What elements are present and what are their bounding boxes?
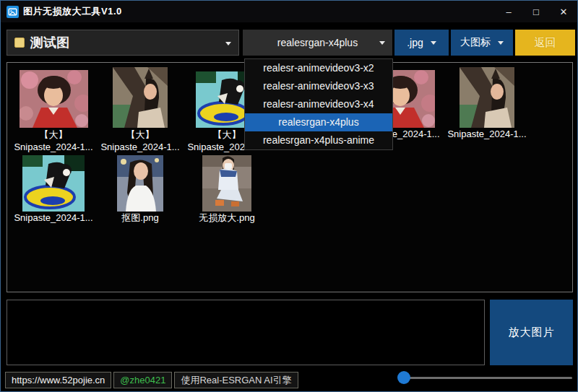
file-thumbnail <box>117 156 163 212</box>
outdoor-photo-thumbnail-icon <box>113 67 168 128</box>
output-textbox[interactable] <box>7 300 485 365</box>
minimize-button[interactable]: – <box>495 1 522 22</box>
status-bar: https://www.52pojie.cn @zhe0421 使用Real-E… <box>1 368 577 392</box>
file-item[interactable]: 无损放大.png <box>184 156 270 224</box>
app-logo-icon <box>7 6 19 18</box>
outdoor-photo-thumbnail-icon <box>460 67 514 128</box>
file-thumbnail <box>22 156 85 212</box>
chevron-down-icon <box>379 41 385 45</box>
file-label: Snipaste_2024-1... <box>100 141 179 153</box>
model-dropdown-list: realesr-animevideov3-x2realesr-animevide… <box>244 58 393 150</box>
maximize-button[interactable]: □ <box>522 1 550 22</box>
couch-photo-thumbnail-icon <box>202 155 251 212</box>
file-tag: 【大】 <box>126 129 155 141</box>
file-tag: 【大】 <box>213 129 241 141</box>
zoom-slider-thumb[interactable] <box>397 371 410 384</box>
window-title: 图片无损放大工具V1.0 <box>23 5 122 18</box>
model-select[interactable]: realesrgan-x4plus <box>243 30 392 56</box>
model-option[interactable]: realesrgan-x4plus-anime <box>245 131 392 149</box>
model-option[interactable]: realesrgan-x4plus <box>245 113 392 131</box>
file-thumbnail <box>202 156 251 212</box>
file-thumbnail <box>20 65 88 128</box>
file-item[interactable]: Snipaste_2024-1... <box>10 156 97 224</box>
folder-select[interactable]: 测试图 <box>7 30 239 56</box>
portrait-photo-thumbnail-icon <box>117 155 163 212</box>
app-window: 图片无损放大工具V1.0 – □ ✕ 测试图 realesrgan-x4plus… <box>0 0 578 392</box>
chevron-down-icon <box>498 41 504 45</box>
view-mode-select[interactable]: 大图标 <box>451 30 513 56</box>
format-select[interactable]: .jpg <box>394 30 449 56</box>
model-option[interactable]: realesr-animevideov3-x2 <box>245 59 392 77</box>
file-item[interactable]: 【大】Snipaste_2024-1... <box>10 65 97 153</box>
file-label: 抠图.png <box>121 212 158 224</box>
file-item[interactable]: 【大】Snipaste_2024-1... <box>97 65 184 153</box>
author-link[interactable]: @zhe0421 <box>113 372 172 388</box>
chevron-down-icon <box>225 42 231 45</box>
back-button[interactable]: 返回 <box>515 30 575 56</box>
enlarge-image-label: 放大图片 <box>509 326 555 339</box>
model-select-value: realesrgan-x4plus <box>277 37 358 48</box>
cartoon-thumbnail-icon <box>22 155 85 212</box>
folder-icon <box>14 38 25 48</box>
engine-label: 使用Real-ESRGAN AI引擎 <box>174 372 298 388</box>
zoom-slider-track[interactable] <box>404 377 572 379</box>
back-button-label: 返回 <box>535 36 556 50</box>
model-option[interactable]: realesr-animevideov3-x4 <box>245 95 392 113</box>
vintage-photo-thumbnail-icon <box>20 70 88 128</box>
model-option[interactable]: realesr-animevideov3-x3 <box>245 77 392 95</box>
file-item[interactable]: Snipaste_2024-1... <box>444 65 530 140</box>
format-select-value: .jpg <box>407 37 423 48</box>
file-label: Snipaste_2024-1... <box>14 141 92 153</box>
title-bar: 图片无损放大工具V1.0 – □ ✕ <box>1 1 577 22</box>
file-thumbnail <box>113 65 168 128</box>
file-label: Snipaste_2024-1... <box>447 129 526 140</box>
enlarge-image-button[interactable]: 放大图片 <box>490 300 573 365</box>
file-label: 无损放大.png <box>199 212 254 224</box>
website-link[interactable]: https://www.52pojie.cn <box>5 372 111 388</box>
folder-select-value: 测试图 <box>30 34 69 51</box>
file-item[interactable]: 抠图.png <box>97 156 184 224</box>
chevron-down-icon <box>431 41 436 45</box>
file-tag: 【大】 <box>40 129 68 141</box>
file-thumbnail <box>460 65 514 128</box>
file-label: Snipaste_2024-1... <box>14 212 92 224</box>
view-mode-value: 大图标 <box>460 36 491 49</box>
close-button[interactable]: ✕ <box>550 1 577 22</box>
